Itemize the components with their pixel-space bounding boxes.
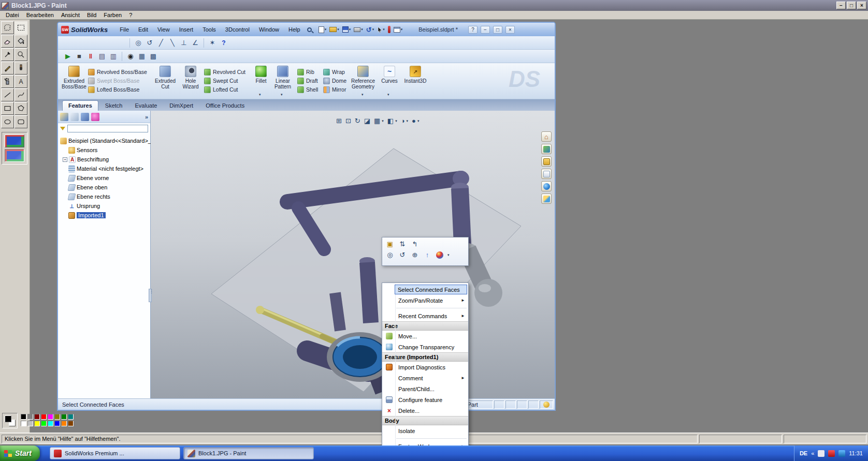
color-picker-tool[interactable] — [1, 48, 14, 61]
paint-close-button[interactable]: × — [857, 2, 866, 9]
paint-menu-ansicht[interactable]: Ansicht — [57, 11, 83, 19]
tab-sketch[interactable]: Sketch — [99, 101, 128, 111]
zoom-area-icon[interactable]: ⊡ — [345, 117, 351, 125]
new-document-button[interactable]: ▾ — [319, 25, 327, 34]
refgeo-flyout-arrow[interactable]: ▾ — [361, 93, 364, 97]
tray-icon-network[interactable] — [838, 450, 845, 457]
tab-dimxpert[interactable]: DimXpert — [164, 101, 199, 111]
edit-feature-icon[interactable]: ▣ — [385, 239, 395, 249]
tray-expand-chevron[interactable]: « — [811, 450, 814, 456]
swept-boss-base-button[interactable]: Swept Boss/Base — [88, 78, 147, 84]
display-style-icon[interactable]: ◧ — [387, 117, 394, 125]
tree-item-sensors[interactable]: Sensors — [58, 145, 150, 155]
text-tool[interactable]: A — [15, 75, 27, 88]
stop-icon[interactable]: ■ — [74, 51, 85, 62]
tab-evaluate[interactable]: Evaluate — [129, 101, 163, 111]
color-swatch[interactable] — [54, 421, 60, 426]
paint-menu-bearbeiten[interactable]: Bearbeiten — [23, 11, 57, 19]
line-sketch-icon[interactable]: ╱ — [155, 38, 167, 48]
menu-item-import-diagnostics[interactable]: Import Diagnostics — [382, 362, 468, 373]
taskbar-item-paint[interactable]: Block1.JPG - Paint — [183, 447, 314, 459]
save-button[interactable]: ▾ — [342, 25, 351, 34]
fill-tool[interactable] — [15, 35, 27, 48]
panel-more-icon[interactable]: » — [145, 114, 148, 120]
mirror-button[interactable]: Mirror — [323, 86, 346, 93]
sw-close-button[interactable]: × — [505, 26, 515, 34]
tray-icon-display[interactable] — [818, 450, 824, 457]
mirror-line-icon[interactable]: ╲ — [167, 38, 178, 48]
menu-item-delete[interactable]: ×Delete... — [382, 405, 468, 416]
paint-menu-help[interactable]: ? — [125, 11, 136, 19]
hide-show-items-icon[interactable]: ◑ — [401, 117, 405, 125]
menu-item-isolate[interactable]: Isolate — [382, 425, 468, 436]
revolved-boss-base-button[interactable]: Revolved Boss/Base — [88, 69, 147, 76]
taskbar-item-solidworks[interactable]: SolidWorks Premium ... — [50, 447, 180, 459]
sort-order-icon[interactable]: ⇅ — [397, 239, 408, 249]
smart-dimension-icon[interactable]: ◎ — [133, 38, 144, 48]
tool-option-transparent[interactable] — [5, 149, 24, 162]
rounded-rectangle-tool[interactable] — [15, 115, 27, 128]
task-pane-resources-button[interactable] — [541, 181, 552, 191]
language-indicator[interactable]: DE — [800, 450, 807, 456]
rotate-icon[interactable]: ↺ — [397, 250, 408, 260]
screen-capture-icon[interactable]: ◉ — [125, 51, 136, 62]
foreground-color-swatch[interactable] — [5, 415, 11, 422]
fillet-button[interactable]: Fillet — [251, 66, 271, 84]
color-swatch[interactable] — [41, 421, 47, 426]
hole-wizard-button[interactable]: Hole Wizard — [179, 66, 202, 90]
task-pane-file-explorer-button[interactable] — [541, 156, 552, 167]
view-orientation-icon[interactable]: ▦ — [374, 117, 380, 125]
3d-model[interactable] — [151, 111, 555, 398]
color-swatch[interactable] — [21, 421, 26, 426]
extruded-cut-button[interactable]: Extruded Cut — [153, 66, 177, 90]
propertymanager-icon[interactable] — [70, 113, 79, 121]
sw-menu-help[interactable]: Help — [285, 25, 304, 34]
lofted-boss-base-button[interactable]: Lofted Boss/Base — [88, 86, 147, 93]
rectangle-tool[interactable] — [1, 102, 14, 115]
options-sheet-button[interactable]: ▾ — [394, 25, 403, 34]
sw-minimize-button[interactable]: − — [481, 26, 490, 34]
free-form-select-tool[interactable] — [1, 21, 14, 34]
polygon-tool[interactable] — [15, 102, 27, 115]
task-pane-appearances-button[interactable] — [541, 194, 552, 204]
tab-features[interactable]: Features — [62, 100, 98, 111]
linear-pattern-button[interactable]: Linear Pattern — [271, 66, 294, 90]
rotate-view-icon[interactable]: ↻ — [355, 117, 360, 125]
tree-filter-input[interactable] — [67, 125, 148, 132]
paint-minimize-button[interactable]: − — [836, 2, 846, 9]
sw-menu-tools[interactable]: Tools — [199, 25, 220, 34]
color-swatch[interactable] — [41, 414, 47, 420]
color-swatch[interactable] — [61, 414, 67, 420]
paint-menu-farben[interactable]: Farben — [100, 11, 125, 19]
tree-item-root[interactable]: Beispiel (Standard<<Standard>_[ — [58, 136, 150, 145]
color-swatch[interactable] — [34, 414, 40, 420]
menu-item-recent-commands[interactable]: Recent Commands► — [382, 310, 468, 321]
sw-menu-file[interactable]: File — [116, 25, 133, 34]
shell-button[interactable]: Shell — [297, 86, 318, 93]
asterisk-tool-icon[interactable]: ✶ — [207, 38, 218, 48]
dimxpertmanager-icon[interactable] — [91, 113, 99, 121]
color-swatch[interactable] — [54, 414, 60, 420]
sw-menu-insert[interactable]: Insert — [176, 25, 197, 34]
section-view-icon[interactable]: ◪ — [364, 117, 370, 125]
featuremanager-tree-icon[interactable] — [60, 113, 68, 121]
reference-geometry-button[interactable]: Reference Geometry — [349, 66, 377, 90]
panel-splitter-handle[interactable]: ⋮ — [149, 289, 152, 302]
rotate-sketch-icon[interactable]: ↺ — [144, 38, 155, 48]
zoom-icon[interactable]: ⊕ — [410, 250, 420, 260]
angle-icon[interactable]: ∠ — [190, 38, 201, 48]
eraser-tool[interactable] — [1, 35, 14, 48]
open-document-button[interactable]: ▾ — [329, 25, 339, 34]
menu-item-change-transparency[interactable]: Change Transparency — [382, 341, 468, 352]
paint-maximize-button[interactable]: □ — [847, 2, 856, 9]
ellipse-tool[interactable] — [1, 115, 14, 128]
color-swatch[interactable] — [68, 414, 74, 420]
color-swatch[interactable] — [48, 421, 53, 426]
tree-item-ebene-rechts[interactable]: Ebene rechts — [58, 192, 150, 201]
dome-button[interactable]: Dome — [323, 78, 346, 84]
color-swatch[interactable] — [27, 414, 33, 420]
select-button[interactable]: ▾ — [377, 25, 385, 34]
clock[interactable]: 11:31 — [849, 450, 863, 456]
instant3d-button[interactable]: ↗ Instant3D — [402, 66, 429, 84]
swept-cut-button[interactable]: Swept Cut — [204, 78, 245, 84]
